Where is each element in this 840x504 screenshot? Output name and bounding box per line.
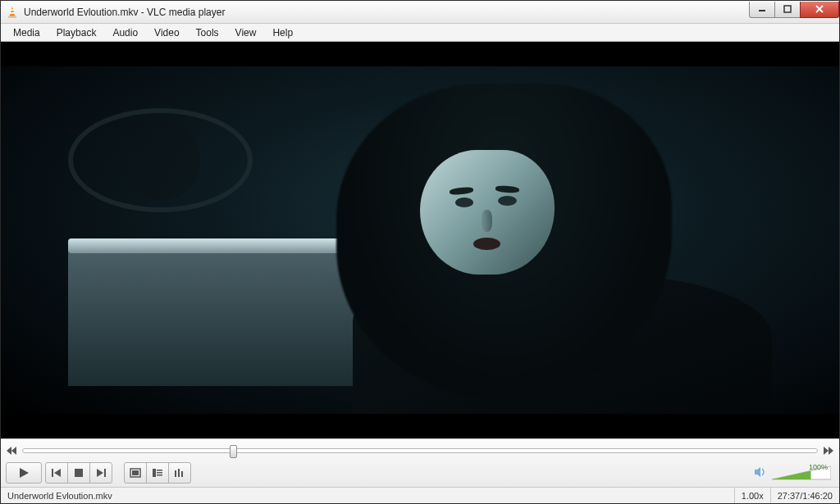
seek-thumb[interactable] [230,445,237,458]
previous-icon [51,468,62,478]
svg-marker-12 [20,468,29,478]
svg-marker-0 [10,7,16,16]
volume-control: 100% [754,465,834,481]
svg-rect-5 [784,6,791,12]
menu-media[interactable]: Media [6,25,48,40]
svg-rect-25 [178,469,180,477]
playlist-icon [152,468,163,478]
svg-marker-10 [824,447,829,455]
skip-back-icon[interactable] [6,445,17,456]
svg-marker-14 [54,469,61,477]
button-row: 100% [6,461,834,485]
menu-audio[interactable]: Audio [105,25,145,40]
extended-settings-button[interactable] [168,462,191,484]
video-area[interactable] [1,42,839,438]
svg-rect-30 [772,465,811,481]
minimize-button[interactable] [749,2,775,18]
svg-rect-23 [157,474,162,476]
menu-view[interactable]: View [228,25,264,40]
equalizer-icon [174,468,185,478]
svg-rect-2 [11,9,14,11]
play-icon [18,467,30,479]
status-filename: Underworld Evloution.mkv [1,488,735,503]
volume-percent-label: 100% [809,463,828,471]
status-time[interactable]: 27:37/1:46:20 [771,488,839,503]
next-button[interactable] [89,462,112,484]
menu-help[interactable]: Help [265,25,300,40]
svg-rect-22 [157,472,162,474]
svg-rect-13 [52,469,53,477]
svg-marker-9 [11,447,16,455]
svg-rect-1 [8,16,16,18]
maximize-button[interactable] [774,2,801,18]
seek-slider[interactable] [22,448,818,453]
svg-marker-8 [7,447,11,455]
svg-rect-15 [75,469,83,477]
status-speed[interactable]: 1.00x [735,488,771,503]
svg-marker-16 [97,469,103,477]
menu-playback[interactable]: Playback [49,25,104,40]
playlist-button[interactable] [146,462,169,484]
stop-icon [74,468,84,478]
menu-video[interactable]: Video [147,25,186,40]
video-frame [1,42,839,438]
volume-slider[interactable]: 100% [772,465,831,481]
svg-rect-4 [759,10,765,11]
svg-rect-3 [10,12,15,14]
svg-rect-24 [175,470,176,477]
speaker-icon[interactable] [754,466,767,480]
vlc-window: Underworld Evloution.mkv - VLC media pla… [0,0,840,504]
window-title: Underworld Evloution.mkv - VLC media pla… [24,7,750,18]
video-still [1,66,839,414]
skip-forward-icon[interactable] [823,445,834,456]
menubar: Media Playback Audio Video Tools View He… [1,24,839,42]
svg-marker-27 [755,467,760,477]
menu-tools[interactable]: Tools [189,25,226,40]
seek-row [6,443,834,459]
svg-rect-26 [181,471,183,477]
svg-rect-17 [104,469,106,477]
stop-button[interactable] [67,462,90,484]
vlc-cone-icon [6,6,19,19]
view-group [124,462,191,484]
svg-rect-21 [157,470,162,471]
window-controls [750,2,839,18]
previous-button[interactable] [45,462,68,484]
track-nav-group [45,462,112,484]
fullscreen-button[interactable] [124,462,147,484]
controls-panel: 100% [1,438,839,487]
close-button[interactable] [800,2,839,18]
fullscreen-icon [130,468,141,478]
svg-rect-20 [153,469,156,477]
svg-rect-19 [132,470,139,475]
svg-marker-11 [829,447,833,455]
titlebar[interactable]: Underworld Evloution.mkv - VLC media pla… [1,1,839,24]
next-icon [95,468,107,478]
play-button[interactable] [6,462,42,484]
statusbar: Underworld Evloution.mkv 1.00x 27:37/1:4… [1,487,839,503]
